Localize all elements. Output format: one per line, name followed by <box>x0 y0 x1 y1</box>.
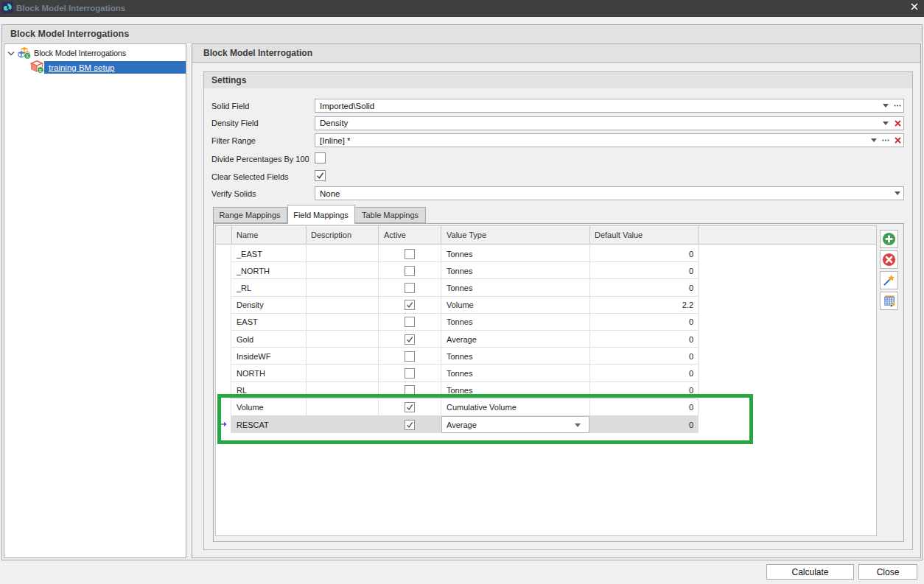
svg-text:Σ: Σ <box>26 53 29 59</box>
svg-text:Σ: Σ <box>39 68 43 74</box>
